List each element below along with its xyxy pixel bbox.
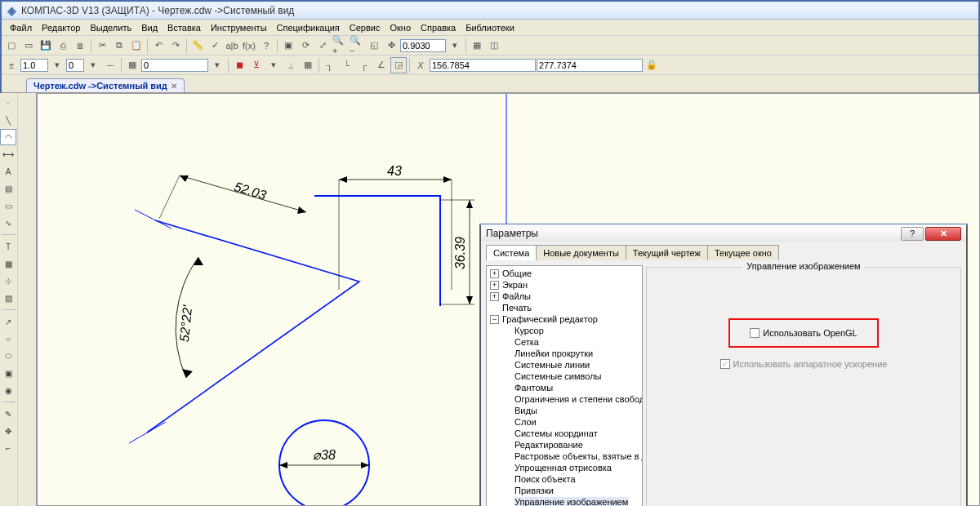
tb-print-icon[interactable]: ⎙	[55, 38, 71, 54]
tab-new-docs[interactable]: Новые документы	[536, 245, 626, 260]
dropdown-icon[interactable]: ▾	[265, 57, 282, 73]
tb-refresh-icon[interactable]: ⟳	[297, 38, 314, 54]
tree-node[interactable]: Фантомы	[487, 382, 642, 393]
tb-new-icon[interactable]: ▢	[3, 38, 20, 54]
tb-cs3-icon[interactable]: ┌	[356, 57, 372, 73]
tree-toggle-icon[interactable]: +	[490, 281, 499, 290]
tb-stop-icon[interactable]: ◼	[231, 57, 247, 73]
tb-dropdown-icon[interactable]: ▾	[447, 38, 463, 54]
tool-ellipse-icon[interactable]: ⬭	[0, 348, 16, 364]
tb-cs4-icon[interactable]: ∠	[373, 57, 390, 73]
tb-magnet-icon[interactable]: ⊻	[248, 57, 265, 73]
tb-redo-icon[interactable]: ↷	[167, 38, 184, 54]
tool-label-icon[interactable]: ▣	[0, 365, 16, 381]
tool-arc-icon[interactable]: ◠	[0, 129, 16, 145]
tree-node[interactable]: −Графический редактор	[487, 313, 642, 325]
menu-tools[interactable]: Инструменты	[206, 21, 272, 34]
coord-lock-icon[interactable]: 🔒	[644, 57, 660, 73]
tb-paste-icon[interactable]: 📋	[128, 38, 145, 54]
tb-ortho-icon[interactable]: ⟂	[283, 57, 299, 73]
tree-node[interactable]: +Файлы	[487, 291, 642, 302]
tb-save-icon[interactable]: 💾	[38, 38, 54, 54]
tb-cut-icon[interactable]: ✂	[94, 38, 110, 54]
tool-trim-icon[interactable]: ⌐	[0, 440, 16, 456]
tb-render-icon[interactable]: ◫	[486, 38, 502, 54]
tool-move-icon[interactable]: ✥	[0, 423, 16, 439]
coord-y-field[interactable]	[537, 59, 643, 72]
tab-system[interactable]: Система	[486, 245, 537, 260]
tb-pan-icon[interactable]: ✥	[383, 38, 399, 54]
menu-file[interactable]: Файл	[5, 21, 37, 34]
tool-axis-icon[interactable]: ⊹	[0, 273, 16, 289]
tool-dim-icon[interactable]: ⟷	[0, 146, 16, 162]
tb-copy-icon[interactable]: ⧉	[111, 38, 127, 54]
tree-node[interactable]: Редактирование	[487, 439, 642, 451]
close-icon[interactable]: ✕	[925, 227, 961, 241]
tool-point-icon[interactable]: ·	[0, 95, 16, 111]
close-icon[interactable]: ✕	[171, 82, 177, 91]
tree-toggle-icon[interactable]: +	[490, 269, 499, 278]
tb-cs1-icon[interactable]: ┐	[322, 57, 338, 73]
tab-current-draw[interactable]: Текущий чертеж	[626, 245, 708, 260]
tab-current-win[interactable]: Текущее окно	[707, 245, 779, 260]
menu-editor[interactable]: Редактор	[37, 21, 85, 34]
tb-3d-icon[interactable]: ▣	[280, 38, 296, 54]
menu-spec[interactable]: Спецификация	[272, 21, 345, 34]
tb-zoomout-icon[interactable]: 🔍−	[349, 38, 365, 54]
tool-table-icon[interactable]: ▦	[0, 255, 16, 272]
tree-node[interactable]: Линейки прокрутки	[487, 348, 642, 359]
tb-fx-icon[interactable]: f(x)	[241, 38, 257, 54]
tb-open-icon[interactable]: ▭	[20, 38, 37, 54]
tool-t-icon[interactable]: T	[0, 238, 16, 255]
tb-zoomin-icon[interactable]: 🔍+	[332, 38, 348, 54]
tree-node[interactable]: Упрощенная отрисовка	[487, 462, 642, 473]
dropdown-icon[interactable]: ▾	[209, 57, 225, 73]
help-icon[interactable]: ?	[901, 227, 924, 241]
tb-check-icon[interactable]: ✓	[207, 38, 223, 54]
tb-help-icon[interactable]: ?	[258, 38, 274, 54]
tree-toggle-icon[interactable]: +	[490, 292, 499, 301]
tool-text-icon[interactable]: A	[0, 163, 16, 180]
tool-spline-icon[interactable]: ∿	[0, 215, 16, 231]
tree-node[interactable]: Системы координат	[487, 428, 642, 439]
tb-cs2-icon[interactable]: └	[339, 57, 355, 73]
settings-tree[interactable]: +Общие+Экран+ФайлыПечать−Графический ред…	[486, 265, 643, 506]
tree-node[interactable]: Системные линии	[487, 359, 642, 371]
doc-tab[interactable]: Чертеж.cdw ->Системный вид ✕	[26, 78, 185, 92]
menu-window[interactable]: Окно	[385, 21, 416, 34]
tool-edit-icon[interactable]: ✎	[0, 406, 16, 422]
tree-node[interactable]: Системные символы	[487, 371, 642, 382]
tb-color-icon[interactable]: ▦	[124, 57, 140, 73]
tree-node[interactable]: Печать	[487, 302, 642, 313]
line-width-field[interactable]	[20, 59, 48, 72]
menu-select[interactable]: Выделить	[85, 21, 136, 34]
zoom-field[interactable]	[400, 39, 446, 52]
tree-node[interactable]: Виды	[487, 405, 642, 416]
tree-node[interactable]: Поиск объекта	[487, 473, 642, 485]
tb-undo-icon[interactable]: ↶	[150, 38, 167, 54]
tb-preview-icon[interactable]: 🗎	[72, 38, 88, 54]
tree-node[interactable]: +Экран	[487, 279, 642, 291]
tool-fill-icon[interactable]: ▨	[0, 290, 16, 306]
tb-grid2-icon[interactable]: ▦	[300, 57, 316, 73]
line-style-field[interactable]	[66, 59, 84, 72]
layer-field[interactable]	[141, 59, 208, 72]
tool-arrow-icon[interactable]: ↗	[0, 313, 16, 330]
tree-toggle-icon[interactable]: −	[490, 315, 499, 324]
tb-var-icon[interactable]: a|b	[224, 38, 240, 54]
menu-insert[interactable]: Вставка	[163, 21, 206, 34]
tree-node[interactable]: Растровые объекты, взятые в документ	[487, 451, 642, 462]
tree-node[interactable]: Ограничения и степени свободы	[487, 393, 642, 405]
tb-zoomwin-icon[interactable]: ⤢	[314, 38, 331, 54]
dropdown-icon[interactable]: ▾	[49, 57, 65, 73]
tool-rect-icon[interactable]: ▭	[0, 198, 16, 214]
tree-node[interactable]: +Общие	[487, 268, 642, 279]
dialog-title-bar[interactable]: Параметры ? ✕	[481, 225, 966, 242]
use-opengl-checkbox[interactable]: Использовать OpenGL	[750, 328, 857, 338]
tree-node[interactable]: Сетка	[487, 336, 642, 348]
tb-grid-icon[interactable]: ▦	[469, 38, 485, 54]
tb-style-icon[interactable]: ±	[3, 57, 20, 73]
tree-node[interactable]: Курсор	[487, 325, 642, 336]
dropdown-icon[interactable]: ▾	[85, 57, 101, 73]
tb-measure-icon[interactable]: 📏	[189, 38, 206, 54]
